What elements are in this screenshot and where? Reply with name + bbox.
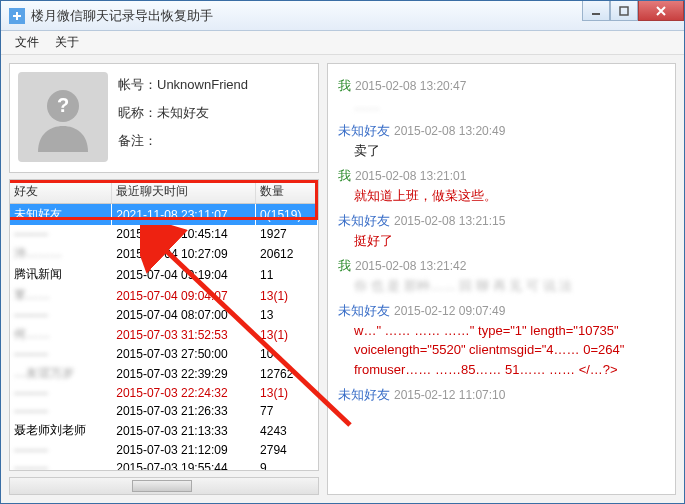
menu-about[interactable]: 关于 [47, 31, 87, 54]
message-header: 我2015-02-08 13:20:47 [338, 76, 665, 96]
client-area: ? 帐号：UnknownFriend 昵称：未知好友 备注： 好友 最近聊天时间… [1, 55, 684, 503]
table-row[interactable]: ────2015-07-04 10:45:141927 [10, 225, 318, 243]
th-count[interactable]: 数量 [256, 180, 318, 204]
account-value: UnknownFriend [157, 77, 248, 92]
app-icon [9, 8, 25, 24]
message-header: 未知好友2015-02-12 11:07:10 [338, 385, 665, 405]
table-row[interactable]: 覃……2015-07-04 09:04:0713(1) [10, 285, 318, 306]
close-button[interactable] [638, 1, 684, 21]
table-row[interactable]: 沛………2015-07-04 10:27:0920612 [10, 243, 318, 264]
message-header: 未知好友2015-02-08 13:21:15 [338, 211, 665, 231]
menu-file[interactable]: 文件 [7, 31, 47, 54]
message-header: 我2015-02-08 13:21:01 [338, 166, 665, 186]
title-bar[interactable]: 楼月微信聊天记录导出恢复助手 [1, 1, 684, 31]
table-row[interactable]: ────2015-07-03 21:12:092794 [10, 441, 318, 459]
table-row[interactable]: 何……2015-07-03 31:52:5313(1) [10, 324, 318, 345]
svg-rect-2 [620, 7, 628, 15]
message-header: 我2015-02-08 13:21:42 [338, 256, 665, 276]
table-row[interactable]: 未知好友2021-11-08 23:11:070(1519) [10, 204, 318, 226]
table-row[interactable]: …友谊万岁2015-07-03 22:39:2912762 [10, 363, 318, 384]
remark-label: 备注： [118, 133, 157, 148]
window-buttons [582, 1, 684, 21]
nick-value: 未知好友 [157, 105, 209, 120]
table-row[interactable]: ────2015-07-03 21:26:3377 [10, 402, 318, 420]
profile-panel: ? 帐号：UnknownFriend 昵称：未知好友 备注： [9, 63, 319, 173]
message-body: 卖了 [338, 141, 665, 161]
message-body: w…" …… …… ……" type="1" length="10735" vo… [338, 321, 665, 380]
th-time[interactable]: 最近聊天时间 [112, 180, 256, 204]
avatar: ? [18, 72, 108, 162]
svg-text:?: ? [57, 94, 69, 116]
scrollbar-thumb[interactable] [132, 480, 192, 492]
message-body: 你 也 是 那种…… 回 聊 再 见 可 说 法 [338, 276, 665, 296]
table-row[interactable]: ────2015-07-03 22:24:3213(1) [10, 384, 318, 402]
app-window: 楼月微信聊天记录导出恢复助手 文件 关于 ? 帐号：UnknownFriend … [0, 0, 685, 504]
table-row[interactable]: ────2015-07-03 19:55:449 [10, 459, 318, 471]
maximize-button[interactable] [610, 1, 638, 21]
table-row[interactable]: 聂老师刘老师2015-07-03 21:13:334243 [10, 420, 318, 441]
horizontal-scrollbar[interactable] [9, 477, 319, 495]
table-row[interactable]: ────2015-07-03 27:50:0010 [10, 345, 318, 363]
table-row[interactable]: 腾讯新闻2015-07-04 09:19:0411 [10, 264, 318, 285]
nick-label: 昵称： [118, 105, 157, 120]
message-body: …… [338, 96, 665, 116]
account-label: 帐号： [118, 77, 157, 92]
table-row[interactable]: ────2015-07-04 08:07:0013 [10, 306, 318, 324]
th-friend[interactable]: 好友 [10, 180, 112, 204]
message-body: 挺好了 [338, 231, 665, 251]
message-body: 就知道上班，做菜这些。 [338, 186, 665, 206]
message-header: 未知好友2015-02-12 09:07:49 [338, 301, 665, 321]
menu-bar: 文件 关于 [1, 31, 684, 55]
profile-info: 帐号：UnknownFriend 昵称：未知好友 备注： [118, 72, 248, 164]
contact-table[interactable]: 好友 最近聊天时间 数量 未知好友2021-11-08 23:11:070(15… [9, 179, 319, 471]
minimize-button[interactable] [582, 1, 610, 21]
chat-panel[interactable]: 我2015-02-08 13:20:47……未知好友2015-02-08 13:… [327, 63, 676, 495]
left-pane: ? 帐号：UnknownFriend 昵称：未知好友 备注： 好友 最近聊天时间… [9, 63, 319, 495]
message-header: 未知好友2015-02-08 13:20:49 [338, 121, 665, 141]
